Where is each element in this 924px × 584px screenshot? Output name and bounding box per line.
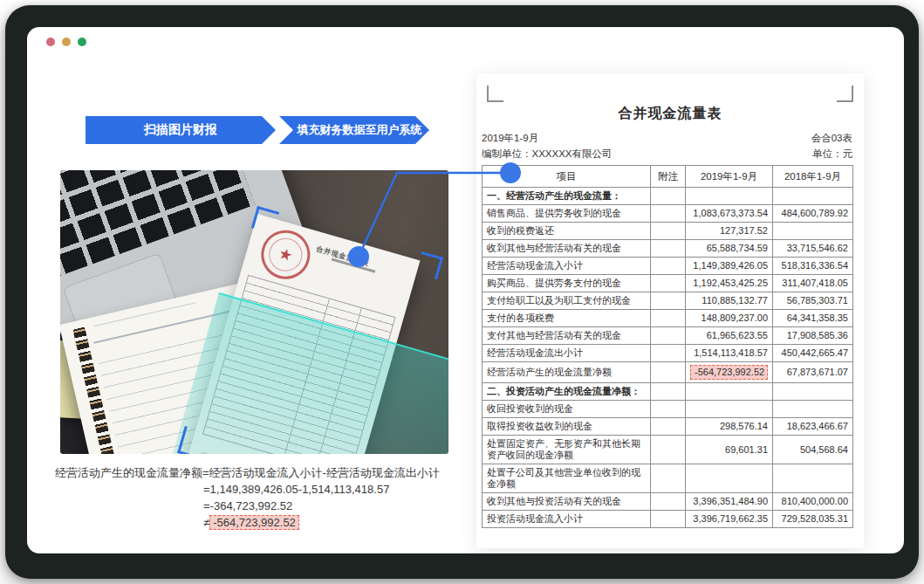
cell-item: 经营活动现金流出小计 bbox=[483, 345, 651, 362]
cell-note bbox=[651, 223, 686, 240]
zoom-window-button[interactable] bbox=[78, 38, 86, 46]
cell-2019: 1,083,673,373.54 bbox=[686, 205, 773, 223]
mismatch-value-highlight: -564,723,992.52 bbox=[209, 515, 299, 530]
cell-2018: 450,442,665.47 bbox=[773, 345, 853, 362]
formula-line-4: ≠-564,723,992.52 bbox=[55, 514, 440, 531]
cell-2018: 504,568.64 bbox=[773, 436, 853, 464]
cell-2018: 484,600,789.92 bbox=[773, 205, 853, 223]
cell-note bbox=[651, 310, 686, 327]
cell-2018: 810,400,000.00 bbox=[773, 493, 853, 511]
cell-item: 支付其他与经营活动有关的现金 bbox=[483, 327, 651, 345]
cell-2019: 1,192,453,425.25 bbox=[686, 275, 773, 292]
flow-step-scan-label: 扫描图片财报 bbox=[144, 122, 217, 138]
cell-note bbox=[651, 464, 686, 493]
report-sheet-no: 会合03表 bbox=[811, 132, 852, 145]
table-row: 处置固定资产、无形资产和其他长期资产收回的现金净额69,601.31504,56… bbox=[483, 436, 853, 464]
table-row: 收到其他与投资活动有关的现金3,396,351,484.90810,400,00… bbox=[483, 493, 853, 511]
close-window-button[interactable] bbox=[46, 38, 55, 46]
table-row: 经营活动产生的现金流量净额-564,723,992.5267,873,671.0… bbox=[483, 362, 853, 383]
formula-line-3: =-364,723,992.52 bbox=[55, 498, 440, 514]
cell-2019 bbox=[686, 188, 773, 205]
col-header-note: 附注 bbox=[651, 166, 686, 188]
report-org: 编制单位：XXXXXX有限公司 bbox=[482, 148, 613, 161]
crop-mark-right-icon bbox=[837, 86, 853, 102]
col-header-2019: 2019年1-9月 bbox=[686, 166, 773, 188]
crop-mark-left-icon bbox=[487, 86, 503, 102]
cell-2019: 69,601.31 bbox=[686, 436, 773, 464]
cell-2018 bbox=[773, 401, 853, 418]
cell-2019: 110,885,132.77 bbox=[686, 292, 773, 310]
cell-2019: 3,396,719,662.35 bbox=[686, 511, 773, 528]
cell-note bbox=[651, 327, 686, 345]
cell-item: 一、经营活动产生的现金流量： bbox=[483, 188, 651, 205]
cell-2018 bbox=[773, 223, 853, 240]
cell-item: 购买商品、提供劳务支付的现金 bbox=[483, 275, 651, 292]
col-header-2018: 2018年1-9月 bbox=[773, 166, 853, 188]
cell-2019: 65,588,734.59 bbox=[686, 240, 773, 258]
cell-note bbox=[651, 292, 686, 310]
cell-item: 销售商品、提供劳务收到的现金 bbox=[483, 205, 651, 223]
table-row: 经营活动现金流出小计1,514,113,418.57450,442,665.47 bbox=[483, 345, 853, 362]
cell-note bbox=[651, 240, 686, 258]
cell-2019 bbox=[686, 401, 773, 418]
cell-note bbox=[651, 511, 686, 528]
red-stamp-icon: ★ bbox=[256, 224, 316, 285]
cell-2018: 17,908,585.36 bbox=[773, 327, 853, 345]
table-row: 投资活动现金流入小计3,396,719,662.35729,528,035.31 bbox=[483, 511, 853, 528]
cell-2018: 33,715,546.62 bbox=[773, 240, 853, 258]
stamp-star-icon: ★ bbox=[277, 245, 294, 265]
cell-2019: 3,396,351,484.90 bbox=[686, 493, 773, 511]
cell-2018 bbox=[773, 383, 853, 401]
cell-2018: 18,623,466.67 bbox=[773, 418, 853, 436]
flow-step-fill: 填充财务数据至用户系统 bbox=[279, 116, 429, 144]
cell-note bbox=[651, 418, 686, 436]
cell-item: 支付给职工以及为职工支付的现金 bbox=[483, 292, 651, 310]
cell-2018: 729,528,035.31 bbox=[773, 511, 853, 528]
highlighted-negative-value: -564,723,992.52 bbox=[690, 365, 768, 380]
desk-photo: ★ 合并现金流量表 bbox=[60, 170, 448, 454]
screenshot-stage: 扫描图片财报 填充财务数据至用户系统 bbox=[0, 0, 924, 584]
cell-2018: 311,407,418.05 bbox=[773, 275, 853, 292]
cell-2018: 56,785,303.71 bbox=[773, 292, 853, 310]
cell-item: 二、投资活动产生的现金流量净额： bbox=[483, 383, 651, 401]
document-title: 合并现金流量表 bbox=[315, 244, 371, 268]
table-row: 处置子公司及其他营业单位收到的现金净额 bbox=[483, 464, 853, 493]
report-table-body: 一、经营活动产生的现金流量：销售商品、提供劳务收到的现金1,083,673,37… bbox=[483, 188, 853, 528]
report-unit: 单位：元 bbox=[812, 148, 852, 161]
cell-note bbox=[651, 345, 686, 362]
cell-item: 收到其他与投资活动有关的现金 bbox=[483, 493, 651, 511]
report-paper: 合并现金流量表 2019年1-9月 会合03表 编制单位：XXXXXX有限公司 … bbox=[476, 73, 864, 548]
cell-item: 投资活动现金流入小计 bbox=[483, 511, 651, 528]
cell-note bbox=[651, 275, 686, 292]
cell-item: 取得投资收益收到的现金 bbox=[483, 418, 651, 436]
table-row: 一、经营活动产生的现金流量： bbox=[483, 188, 853, 205]
table-row: 销售商品、提供劳务收到的现金1,083,673,373.54484,600,78… bbox=[483, 205, 853, 223]
cell-2018: 518,316,336.54 bbox=[773, 258, 853, 275]
cell-note bbox=[651, 362, 686, 383]
table-header-row: 项目 附注 2019年1-9月 2018年1-9月 bbox=[483, 166, 853, 188]
table-row: 收到其他与经营活动有关的现金65,588,734.5933,715,546.62 bbox=[483, 240, 853, 258]
table-row: 经营活动现金流入小计1,149,389,426.05518,316,336.54 bbox=[483, 258, 853, 275]
cell-2019: 298,576.14 bbox=[686, 418, 773, 436]
cash-flow-table: 项目 附注 2019年1-9月 2018年1-9月 一、经营活动产生的现金流量：… bbox=[482, 165, 853, 528]
table-row: 支付的各项税费148,809,237.0064,341,358.35 bbox=[483, 310, 853, 327]
cell-item: 收回投资收到的现金 bbox=[483, 401, 651, 418]
formula-block: 经营活动产生的现金流量净额=经营活动现金流入小计-经营活动现金流出小计 =1,1… bbox=[55, 464, 440, 531]
cell-note bbox=[651, 493, 686, 511]
report-title: 合并现金流量表 bbox=[476, 105, 864, 123]
cell-note bbox=[651, 188, 686, 205]
table-row: 购买商品、提供劳务支付的现金1,192,453,425.25311,407,41… bbox=[483, 275, 853, 292]
cell-2019: -564,723,992.52 bbox=[686, 362, 773, 383]
cell-2018 bbox=[773, 464, 853, 493]
cell-2018: 64,341,358.35 bbox=[773, 310, 853, 327]
minimize-window-button[interactable] bbox=[62, 38, 71, 46]
cell-note bbox=[651, 383, 686, 401]
cell-2019 bbox=[686, 383, 773, 401]
cell-note bbox=[651, 401, 686, 418]
col-header-item: 项目 bbox=[483, 166, 651, 188]
table-row: 二、投资活动产生的现金流量净额： bbox=[483, 383, 853, 401]
cell-note bbox=[651, 205, 686, 223]
cell-2019: 127,317.52 bbox=[686, 223, 773, 240]
cell-2018: 67,873,671.07 bbox=[773, 362, 853, 383]
formula-line-1: 经营活动产生的现金流量净额=经营活动现金流入小计-经营活动现金流出小计 bbox=[55, 464, 440, 481]
